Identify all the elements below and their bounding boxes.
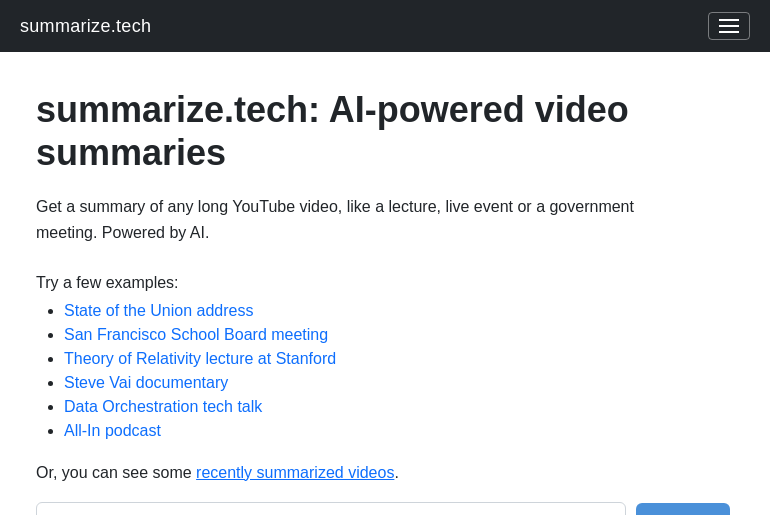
list-item: Theory of Relativity lecture at Stanford: [64, 350, 734, 368]
list-item: Data Orchestration tech talk: [64, 398, 734, 416]
or-section: Or, you can see some recently summarized…: [36, 464, 734, 482]
main-content: summarize.tech: AI-powered video summari…: [0, 52, 770, 515]
page-description: Get a summary of any long YouTube video,…: [36, 194, 696, 245]
or-prefix: Or, you can see some: [36, 464, 196, 481]
list-item: San Francisco School Board meeting: [64, 326, 734, 344]
submit-button[interactable]: Submit: [636, 503, 730, 515]
hamburger-line-3: [719, 31, 739, 33]
list-item: All-In podcast: [64, 422, 734, 440]
or-suffix: .: [394, 464, 398, 481]
example-link-stevevai[interactable]: Steve Vai documentary: [64, 374, 228, 391]
example-link-dataorchestration[interactable]: Data Orchestration tech talk: [64, 398, 262, 415]
example-link-allin[interactable]: All-In podcast: [64, 422, 161, 439]
hamburger-line-1: [719, 19, 739, 21]
url-input[interactable]: [36, 502, 626, 515]
example-link-union[interactable]: State of the Union address: [64, 302, 253, 319]
navbar-brand: summarize.tech: [20, 16, 151, 37]
list-item: State of the Union address: [64, 302, 734, 320]
example-link-relativity[interactable]: Theory of Relativity lecture at Stanford: [64, 350, 336, 367]
recently-summarized-link[interactable]: recently summarized videos: [196, 464, 394, 481]
example-link-sfboard[interactable]: San Francisco School Board meeting: [64, 326, 328, 343]
url-row: Submit: [36, 502, 734, 515]
examples-label: Try a few examples:: [36, 274, 734, 292]
examples-list: State of the Union address San Francisco…: [36, 302, 734, 440]
hamburger-button[interactable]: [708, 12, 750, 40]
navbar: summarize.tech: [0, 0, 770, 52]
page-title: summarize.tech: AI-powered video summari…: [36, 88, 734, 174]
hamburger-line-2: [719, 25, 739, 27]
list-item: Steve Vai documentary: [64, 374, 734, 392]
